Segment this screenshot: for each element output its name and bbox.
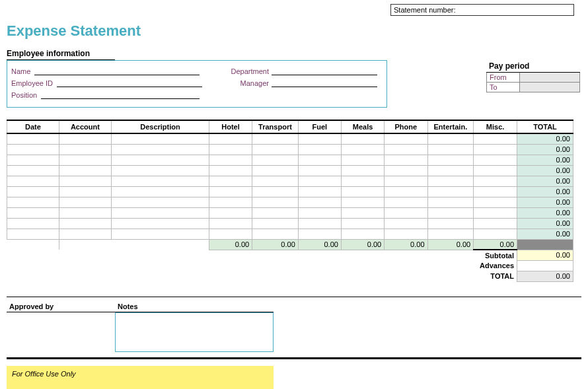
statement-number-label: Statement number: xyxy=(394,6,456,14)
notes-box[interactable] xyxy=(115,312,274,352)
table-row[interactable]: 0.00 xyxy=(7,165,573,176)
col-account: Account xyxy=(59,120,111,133)
pay-period-box: Pay period From To xyxy=(486,60,580,92)
col-entertain: Entertain. xyxy=(427,120,474,133)
employee-id-field[interactable]: Employee ID xyxy=(11,78,216,87)
table-row[interactable]: 0.00 xyxy=(7,218,573,229)
pay-period-header: Pay period xyxy=(486,60,580,73)
table-row[interactable]: 0.00 xyxy=(7,186,573,197)
col-misc: Misc. xyxy=(474,120,517,133)
position-field[interactable]: Position xyxy=(11,90,216,99)
manager-field[interactable]: Manager xyxy=(216,78,381,87)
col-desc: Description xyxy=(112,120,209,133)
advances-row[interactable]: Advances xyxy=(7,260,573,271)
col-date: Date xyxy=(7,120,59,133)
col-meals: Meals xyxy=(341,120,384,133)
table-row[interactable]: 0.00 xyxy=(7,229,573,239)
approval-section: Approved by Notes xyxy=(7,301,581,352)
pay-to-row[interactable]: To xyxy=(486,83,580,92)
pay-from-row[interactable]: From xyxy=(486,73,580,83)
column-totals-row: 0.00 0.00 0.00 0.00 0.00 0.00 0.00 xyxy=(7,239,573,250)
approved-by-header: Approved by xyxy=(7,301,115,312)
statement-number-box[interactable]: Statement number: xyxy=(390,4,574,16)
col-fuel: Fuel xyxy=(298,120,341,133)
department-field[interactable]: Department xyxy=(216,66,381,75)
table-row[interactable]: 0.00 xyxy=(7,176,573,186)
employee-info-box: Name Department Employee ID Manager Posi… xyxy=(7,60,387,108)
col-total: TOTAL xyxy=(517,120,573,133)
name-field[interactable]: Name xyxy=(11,66,216,75)
table-row[interactable]: 0.00 xyxy=(7,155,573,165)
table-row[interactable]: 0.00 xyxy=(7,144,573,155)
employee-info-header: Employee information xyxy=(7,48,115,60)
table-row[interactable]: 0.00 xyxy=(7,197,573,207)
col-phone: Phone xyxy=(385,120,427,133)
office-use-only: For Office Use Only xyxy=(7,366,274,390)
notes-header: Notes xyxy=(115,301,274,312)
subtotal-row: Subtotal 0.00 xyxy=(7,250,573,260)
total-row: TOTAL 0.00 xyxy=(7,271,573,281)
col-transport: Transport xyxy=(252,120,299,133)
approved-by-box[interactable] xyxy=(7,312,115,352)
col-hotel: Hotel xyxy=(209,120,252,133)
page-title: Expense Statement xyxy=(7,22,581,40)
expense-table: Date Account Description Hotel Transport… xyxy=(7,120,573,282)
table-row[interactable]: 0.00 xyxy=(7,207,573,218)
table-row[interactable]: 0.00 xyxy=(7,133,573,144)
